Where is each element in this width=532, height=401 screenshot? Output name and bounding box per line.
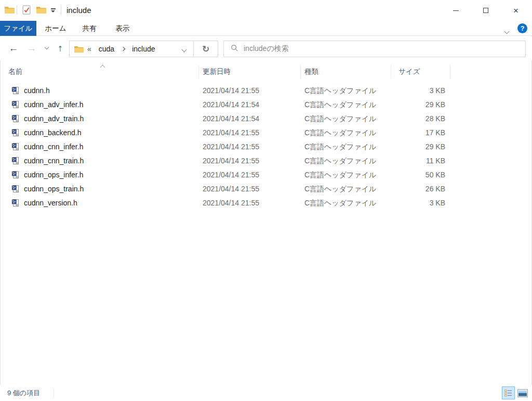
tab-share[interactable]: 共有 bbox=[76, 21, 102, 36]
file-row[interactable]: cudnn_cnn_infer.h 2021/04/14 21:55 C言語ヘッ… bbox=[0, 140, 532, 154]
navigation-toolbar: ← → ↑ « cuda include ↻ includeの検索 bbox=[0, 36, 532, 60]
recent-locations-button[interactable] bbox=[42, 36, 51, 60]
help-icon: ? bbox=[521, 25, 525, 32]
titlebar-divider bbox=[61, 5, 61, 15]
search-placeholder: includeの検索 bbox=[244, 44, 289, 54]
file-modified: 2021/04/14 21:54 bbox=[203, 98, 259, 112]
column-divider[interactable] bbox=[300, 65, 301, 79]
tab-home[interactable]: ホーム bbox=[43, 21, 69, 36]
expand-ribbon-button[interactable] bbox=[505, 26, 509, 35]
file-type: C言語ヘッダファイル bbox=[304, 154, 376, 168]
title-bar: include × bbox=[0, 0, 532, 21]
file-modified: 2021/04/14 21:55 bbox=[203, 196, 259, 210]
new-folder-icon[interactable] bbox=[36, 6, 46, 14]
chevron-up-icon bbox=[100, 65, 105, 70]
file-type: C言語ヘッダファイル bbox=[304, 196, 376, 210]
sort-ascending-icon bbox=[101, 62, 104, 71]
file-modified: 2021/04/14 21:55 bbox=[203, 140, 259, 154]
column-header-row: 名前 更新日時 種類 サイズ bbox=[0, 63, 532, 80]
file-type: C言語ヘッダファイル bbox=[304, 98, 376, 112]
file-modified: 2021/04/14 21:55 bbox=[203, 154, 259, 168]
file-name: cudnn_adv_infer.h bbox=[24, 98, 83, 112]
breadcrumb-segment-cuda[interactable]: cuda bbox=[95, 41, 118, 57]
c-header-file-icon bbox=[11, 199, 20, 207]
file-name: cudnn_version.h bbox=[24, 196, 77, 210]
file-modified: 2021/04/14 21:55 bbox=[203, 126, 259, 140]
column-divider[interactable] bbox=[450, 65, 450, 79]
customize-quick-access-toolbar-button[interactable] bbox=[51, 8, 56, 12]
file-type: C言語ヘッダファイル bbox=[304, 126, 376, 140]
column-header-size[interactable]: サイズ bbox=[398, 63, 420, 80]
c-header-file-icon bbox=[11, 157, 20, 165]
file-row[interactable]: cudnn_ops_infer.h 2021/04/14 21:55 C言語ヘッ… bbox=[0, 168, 532, 182]
column-divider[interactable] bbox=[198, 65, 199, 79]
maximize-button[interactable] bbox=[471, 0, 501, 21]
file-row[interactable]: cudnn_backend.h 2021/04/14 21:55 C言語ヘッダフ… bbox=[0, 126, 532, 140]
breadcrumb-segment-include[interactable]: include bbox=[128, 41, 158, 57]
file-list: cudnn.h 2021/04/14 21:55 C言語ヘッダファイル 3 KB… bbox=[0, 84, 532, 210]
file-name: cudnn.h bbox=[24, 84, 50, 98]
file-modified: 2021/04/14 21:55 bbox=[203, 84, 259, 98]
titlebar-divider bbox=[17, 5, 17, 15]
column-divider[interactable] bbox=[391, 65, 391, 79]
file-row[interactable]: cudnn_version.h 2021/04/14 21:55 C言語ヘッダフ… bbox=[0, 196, 532, 210]
c-header-file-icon bbox=[11, 171, 20, 179]
c-header-file-icon bbox=[11, 185, 20, 193]
maximize-icon bbox=[483, 8, 488, 13]
file-size: 3 KB bbox=[384, 84, 445, 98]
item-count: 9 個の項目 bbox=[7, 385, 40, 401]
ribbon-tab-bar: ファイル ホーム 共有 表示 ? bbox=[0, 21, 532, 36]
file-modified: 2021/04/14 21:54 bbox=[203, 112, 259, 126]
status-divider bbox=[54, 389, 54, 398]
column-header-modified[interactable]: 更新日時 bbox=[203, 63, 231, 80]
help-button[interactable]: ? bbox=[517, 23, 527, 33]
c-header-file-icon bbox=[11, 128, 20, 137]
file-size: 29 KB bbox=[384, 98, 445, 112]
search-input[interactable]: includeの検索 bbox=[223, 41, 526, 57]
forward-button[interactable]: → bbox=[24, 36, 39, 60]
file-type: C言語ヘッダファイル bbox=[304, 182, 376, 196]
address-dropdown-button[interactable] bbox=[182, 44, 186, 54]
address-bar[interactable]: « cuda include ↻ bbox=[69, 41, 218, 57]
c-header-file-icon bbox=[11, 143, 20, 151]
qat-bar-icon bbox=[51, 8, 56, 9]
file-type: C言語ヘッダファイル bbox=[304, 168, 376, 182]
picture-view-icon bbox=[517, 389, 528, 397]
breadcrumb-separator[interactable] bbox=[118, 41, 128, 57]
breadcrumb-overflow[interactable]: « bbox=[84, 41, 95, 57]
file-name: cudnn_backend.h bbox=[24, 126, 82, 140]
chevron-right-icon bbox=[121, 47, 125, 51]
file-row[interactable]: cudnn_adv_infer.h 2021/04/14 21:54 C言語ヘッ… bbox=[0, 98, 532, 112]
minimize-button[interactable] bbox=[441, 0, 471, 21]
file-row[interactable]: cudnn_ops_train.h 2021/04/14 21:55 C言語ヘッ… bbox=[0, 182, 532, 196]
file-size: 29 KB bbox=[384, 140, 445, 154]
file-type: C言語ヘッダファイル bbox=[304, 84, 376, 98]
explorer-app-icon bbox=[4, 6, 15, 14]
close-button[interactable]: × bbox=[501, 0, 531, 21]
folder-icon bbox=[74, 45, 84, 53]
refresh-button[interactable]: ↻ bbox=[194, 41, 218, 57]
file-name: cudnn_adv_train.h bbox=[24, 112, 84, 126]
up-button[interactable]: ↑ bbox=[53, 36, 68, 60]
chevron-down-icon bbox=[182, 47, 187, 53]
file-row[interactable]: cudnn_cnn_train.h 2021/04/14 21:55 C言語ヘッ… bbox=[0, 154, 532, 168]
large-icons-view-button[interactable] bbox=[517, 389, 528, 398]
file-type: C言語ヘッダファイル bbox=[304, 112, 376, 126]
tab-view[interactable]: 表示 bbox=[110, 21, 136, 36]
window-controls: × bbox=[441, 0, 531, 21]
details-view-button[interactable] bbox=[502, 386, 515, 399]
chevron-down-icon bbox=[504, 29, 510, 34]
properties-icon[interactable] bbox=[21, 5, 32, 15]
column-header-type[interactable]: 種類 bbox=[304, 63, 318, 80]
back-button[interactable]: ← bbox=[6, 36, 21, 60]
file-name: cudnn_cnn_infer.h bbox=[24, 140, 83, 154]
file-row[interactable]: cudnn.h 2021/04/14 21:55 C言語ヘッダファイル 3 KB bbox=[0, 84, 532, 98]
file-row[interactable]: cudnn_adv_train.h 2021/04/14 21:54 C言語ヘッ… bbox=[0, 112, 532, 126]
file-size: 3 KB bbox=[384, 196, 445, 210]
file-size: 17 KB bbox=[384, 126, 445, 140]
file-name: cudnn_ops_infer.h bbox=[24, 168, 83, 182]
column-header-name[interactable]: 名前 bbox=[8, 63, 22, 80]
tab-file[interactable]: ファイル bbox=[0, 21, 36, 36]
window-title: include bbox=[66, 0, 91, 21]
file-type: C言語ヘッダファイル bbox=[304, 140, 376, 154]
